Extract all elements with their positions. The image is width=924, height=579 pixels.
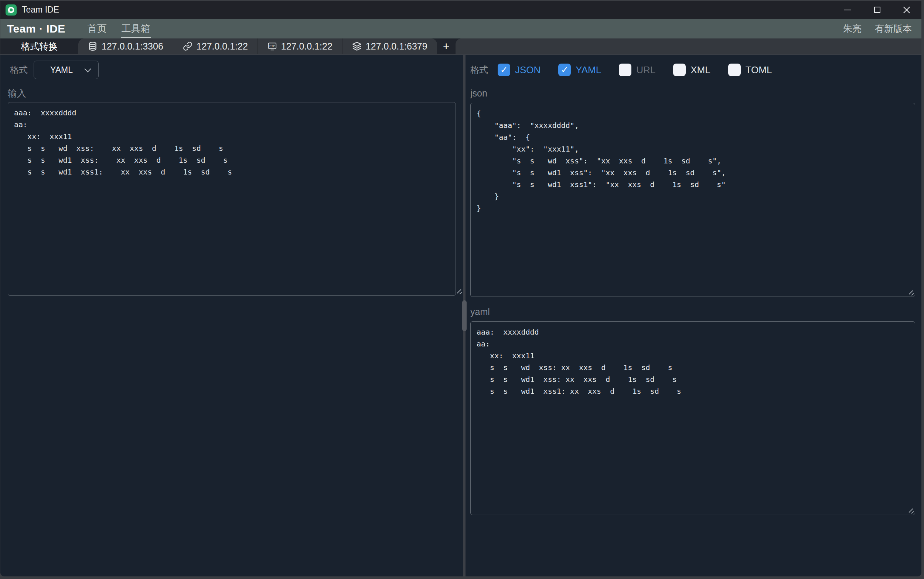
xml-checkbox[interactable]: ✓ — [673, 64, 686, 76]
navbar: Team · IDE 首页 工具箱 朱亮 有新版本 — [0, 19, 921, 38]
user-name[interactable]: 朱亮 — [843, 23, 862, 35]
format-options: ✓ JSON ✓ YAML ✓ URL ✓ XML — [498, 64, 772, 76]
url-option-label: URL — [636, 64, 655, 76]
yaml-output-label: yaml — [470, 306, 915, 317]
check-icon: ✓ — [500, 65, 508, 74]
brand[interactable]: Team · IDE — [7, 23, 65, 35]
nav-item-toolbox[interactable]: 工具箱 — [122, 22, 150, 35]
option-url[interactable]: ✓ URL — [619, 64, 655, 76]
input-panel: 格式 YAML 输入 aaa: xxxxdddd aa: xx: xxx11 s… — [0, 55, 463, 576]
add-tab-button[interactable]: + — [437, 38, 456, 54]
titlebar: Team IDE — [0, 1, 921, 19]
nav-menu: 首页 工具箱 — [88, 22, 150, 35]
tab-label: 127.0.0.1:3306 — [102, 41, 163, 52]
minimize-icon — [844, 10, 851, 10]
tab-mysql-connection[interactable]: 127.0.0.1:3306 — [78, 38, 173, 54]
xml-option-label: XML — [691, 64, 710, 76]
resize-grip-icon[interactable] — [908, 507, 914, 514]
output-format-row: 格式 ✓ JSON ✓ YAML ✓ URL ✓ — [470, 61, 915, 79]
resize-grip-icon[interactable] — [456, 288, 462, 295]
input-textarea[interactable]: aaa: xxxxdddd aa: xx: xxx11 s s wd xss: … — [8, 102, 456, 296]
format-select-row: 格式 YAML — [8, 61, 463, 79]
resize-grip-icon[interactable] — [908, 289, 914, 296]
tab-group: 127.0.0.1:3306 127.0.0.1:22 FTP 127.0.0.… — [78, 38, 437, 54]
minimize-button[interactable] — [833, 1, 862, 19]
divider-drag-handle[interactable] — [462, 300, 467, 331]
tab-format-convert[interactable]: 格式转换 — [0, 38, 78, 54]
layers-icon — [352, 41, 362, 51]
json-checkbox[interactable]: ✓ — [498, 64, 510, 76]
chat-swirl-icon — [7, 6, 15, 14]
tab-label: 格式转换 — [21, 40, 58, 52]
ftp-monitor-icon: FTP — [267, 41, 277, 51]
format-label: 格式 — [10, 64, 28, 76]
tab-bar-filler — [456, 38, 921, 54]
yaml-checkbox[interactable]: ✓ — [558, 64, 571, 76]
database-icon — [88, 41, 98, 51]
json-option-label: JSON — [515, 64, 541, 76]
output-panel: 格式 ✓ JSON ✓ YAML ✓ URL ✓ — [466, 55, 921, 576]
nav-right: 朱亮 有新版本 — [843, 23, 912, 35]
yaml-output-textarea[interactable]: aaa: xxxxdddd aa: xx: xxx11 s s wd xss: … — [470, 321, 915, 515]
close-button[interactable] — [892, 1, 921, 19]
output-format-label: 格式 — [470, 64, 488, 76]
chevron-down-icon — [84, 65, 91, 72]
update-notice[interactable]: 有新版本 — [875, 23, 912, 35]
input-textarea-wrap: aaa: xxxxdddd aa: xx: xxx11 s s wd xss: … — [8, 102, 463, 296]
json-textarea-wrap: { "aaa": "xxxxdddd", "aa": { "xx": "xxx1… — [470, 103, 915, 297]
check-icon: ✓ — [561, 65, 568, 74]
input-label: 输入 — [8, 87, 463, 98]
nav-item-home[interactable]: 首页 — [88, 22, 107, 35]
tab-redis-connection[interactable]: 127.0.0.1:6379 — [342, 38, 437, 54]
option-yaml[interactable]: ✓ YAML — [558, 64, 601, 76]
app-title: Team IDE — [22, 5, 59, 15]
main-content: 格式 YAML 输入 aaa: xxxxdddd aa: xx: xxx11 s… — [0, 55, 921, 576]
toml-option-label: TOML — [746, 64, 772, 76]
close-icon — [903, 6, 911, 14]
option-xml[interactable]: ✓ XML — [673, 64, 710, 76]
option-json[interactable]: ✓ JSON — [498, 64, 541, 76]
app-window: Team IDE Team · IDE 首页 工具箱 朱亮 有新版本 格式转换 — [0, 1, 921, 576]
tab-label: 127.0.0.1:22 — [197, 41, 248, 52]
json-output-label: json — [470, 88, 915, 98]
url-checkbox[interactable]: ✓ — [619, 64, 631, 76]
tab-label: 127.0.0.1:22 — [281, 41, 332, 52]
tab-ssh-connection[interactable]: 127.0.0.1:22 — [173, 38, 257, 54]
option-toml[interactable]: ✓ TOML — [728, 64, 772, 76]
format-select[interactable]: YAML — [34, 61, 99, 79]
yaml-option-label: YAML — [575, 64, 601, 76]
format-select-value: YAML — [34, 65, 85, 75]
tab-bar: 格式转换 127.0.0.1:3306 127.0.0.1:22 — [0, 38, 921, 55]
link-icon — [183, 41, 192, 51]
json-output-textarea[interactable]: { "aaa": "xxxxdddd", "aa": { "xx": "xxx1… — [470, 103, 915, 297]
toml-checkbox[interactable]: ✓ — [728, 64, 741, 76]
maximize-button[interactable] — [862, 1, 892, 19]
maximize-icon — [874, 7, 880, 13]
tab-ftp-connection[interactable]: FTP 127.0.0.1:22 — [257, 38, 342, 54]
panel-divider — [463, 55, 466, 576]
app-logo-icon — [5, 5, 16, 16]
svg-text:FTP: FTP — [269, 44, 275, 48]
tab-label: 127.0.0.1:6379 — [366, 41, 427, 52]
yaml-textarea-wrap: aaa: xxxxdddd aa: xx: xxx11 s s wd xss: … — [470, 321, 915, 515]
